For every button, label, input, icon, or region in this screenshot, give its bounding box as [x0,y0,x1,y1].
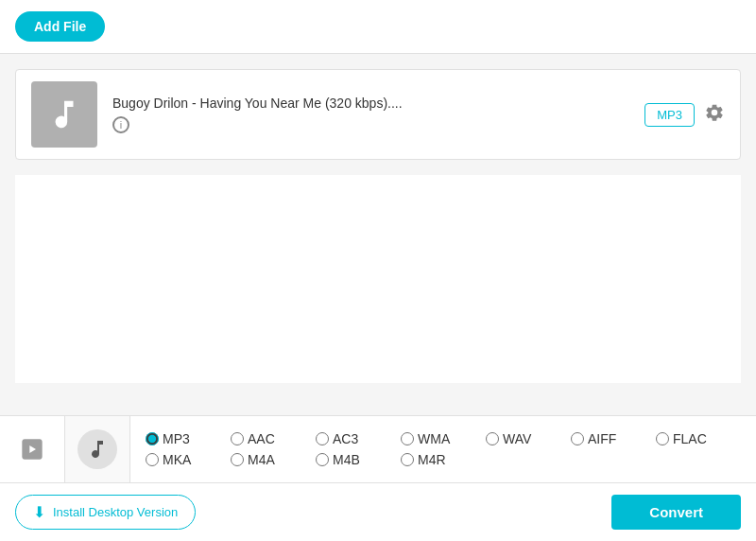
format-radio-aiff[interactable] [571,432,584,445]
top-bar: Add File [0,0,756,54]
format-option-m4a[interactable]: M4A [231,452,316,467]
action-bar: ⬇ Install Desktop Version Convert [0,483,756,541]
format-radio-m4b[interactable] [316,453,329,466]
file-list: Bugoy Drilon - Having You Near Me (320 k… [15,69,741,160]
tab-audio[interactable] [65,416,130,482]
format-label-flac: FLAC [673,431,707,446]
format-radio-aac[interactable] [231,432,244,445]
format-radio-wav[interactable] [486,432,499,445]
format-label-aiff: AIFF [588,431,616,446]
empty-area [15,175,741,383]
format-row-2: MKA M4A M4B M4R [146,452,741,467]
format-options: MP3 AAC AC3 WMA WAV [130,416,756,482]
format-radio-wma[interactable] [401,432,414,445]
format-label-m4a: M4A [248,452,275,467]
file-row: Bugoy Drilon - Having You Near Me (320 k… [16,70,740,159]
file-name: Bugoy Drilon - Having You Near Me (320 k… [112,96,644,111]
file-actions: MP3 [644,102,725,128]
tab-video[interactable] [0,416,65,482]
format-option-m4b[interactable]: M4B [316,452,401,467]
format-option-mka[interactable]: MKA [146,452,231,467]
format-label-wav: WAV [503,431,531,446]
format-label-mka: MKA [163,452,191,467]
format-section: MP3 AAC AC3 WMA WAV [0,416,756,483]
format-option-ac3[interactable]: AC3 [316,431,401,446]
format-radio-flac[interactable] [656,432,669,445]
install-desktop-button[interactable]: ⬇ Install Desktop Version [15,495,196,530]
bottom-panel: MP3 AAC AC3 WMA WAV [0,415,756,541]
format-badge[interactable]: MP3 [644,103,695,127]
file-thumbnail [31,81,97,148]
audio-icon [86,438,109,461]
format-label-ac3: AC3 [333,431,358,446]
convert-button[interactable]: Convert [611,495,741,530]
format-option-flac[interactable]: FLAC [656,431,741,446]
music-icon [46,96,82,132]
format-option-mp3[interactable]: MP3 [146,431,231,446]
file-info: Bugoy Drilon - Having You Near Me (320 k… [112,96,644,133]
format-option-wav[interactable]: WAV [486,431,571,446]
format-row-1: MP3 AAC AC3 WMA WAV [146,431,741,446]
format-radio-ac3[interactable] [316,432,329,445]
video-icon [17,434,47,464]
format-radio-m4a[interactable] [231,453,244,466]
download-icon: ⬇ [33,503,45,521]
format-label-aac: AAC [248,431,275,446]
format-label-wma: WMA [418,431,450,446]
format-option-aac[interactable]: AAC [231,431,316,446]
install-label: Install Desktop Version [53,505,178,519]
format-radio-m4r[interactable] [401,453,414,466]
format-radio-mp3[interactable] [146,432,159,445]
format-label-mp3: MP3 [163,431,190,446]
format-option-m4r[interactable]: M4R [401,452,486,467]
format-label-m4b: M4B [333,452,360,467]
audio-tab-icon-container [77,429,117,469]
add-file-button[interactable]: Add File [15,11,105,42]
settings-icon[interactable] [704,102,725,128]
info-icon[interactable]: i [112,116,129,133]
format-option-wma[interactable]: WMA [401,431,486,446]
format-label-m4r: M4R [418,452,446,467]
format-option-aiff[interactable]: AIFF [571,431,656,446]
format-radio-mka[interactable] [146,453,159,466]
